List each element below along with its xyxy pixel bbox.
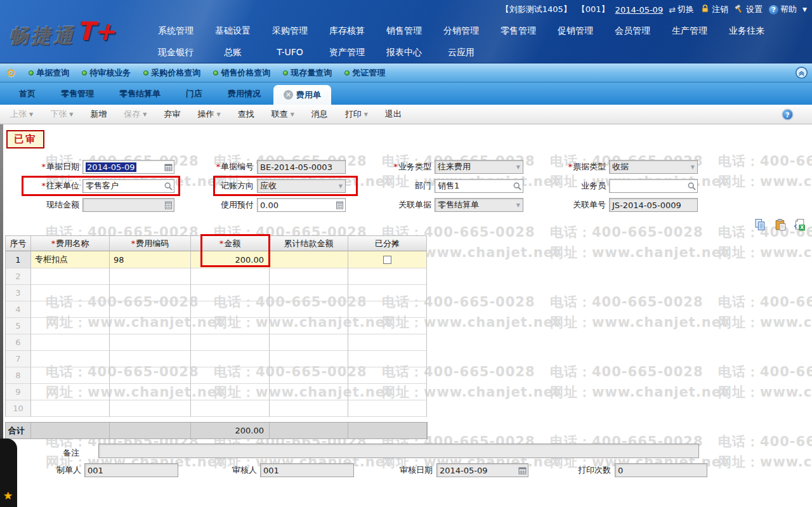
chevron-down-icon[interactable]: ▼ bbox=[691, 164, 697, 170]
status-action-注销[interactable]: 注销 bbox=[700, 4, 728, 15]
empty-cell bbox=[348, 318, 427, 334]
business-date-link[interactable]: 2014-05-09 bbox=[615, 5, 664, 15]
menu-item-采购管理[interactable]: 采购管理 bbox=[261, 25, 318, 37]
favorite-star-icon[interactable]: ★ bbox=[3, 489, 13, 502]
search-icon[interactable] bbox=[686, 181, 697, 191]
audited-stamp: 已审 bbox=[6, 130, 44, 148]
partner-field[interactable]: 零售客户 bbox=[82, 179, 174, 193]
menu-item-总账[interactable]: 总账 bbox=[204, 47, 261, 58]
menu-item-报表中心[interactable]: 报表中心 bbox=[376, 47, 433, 58]
menu-item-销售管理[interactable]: 销售管理 bbox=[376, 25, 433, 37]
fee-code-cell[interactable]: 98 bbox=[110, 251, 191, 268]
toolbar-button-联查[interactable]: 联查▼ bbox=[272, 109, 294, 120]
tab-费用情况[interactable]: 费用情况 bbox=[215, 85, 273, 103]
use-prepay-field[interactable]: 0.00 bbox=[257, 198, 346, 212]
seq-cell: 2 bbox=[6, 268, 31, 285]
empty-cell bbox=[270, 285, 348, 301]
quickbar-item-销售价格查询[interactable]: 销售价格查询 bbox=[213, 67, 270, 79]
field-label-text: 关联单号 bbox=[573, 200, 606, 209]
tab-门店[interactable]: 门店 bbox=[173, 85, 215, 103]
menu-item-基础设置[interactable]: 基础设置 bbox=[204, 25, 261, 37]
toolbar-button-操作[interactable]: 操作▼ bbox=[197, 109, 220, 120]
menu-item-云应用[interactable]: 云应用 bbox=[433, 47, 490, 58]
excel-export-icon[interactable]: X bbox=[793, 218, 806, 234]
salesman-label: 业务员 bbox=[530, 179, 606, 193]
chevron-down-icon[interactable]: ▼ bbox=[339, 183, 345, 189]
menu-item-库存核算[interactable]: 库存核算 bbox=[318, 25, 376, 37]
menu-item-会员管理[interactable]: 会员管理 bbox=[604, 25, 661, 37]
quickbar-item-待审核业务[interactable]: 待审核业务 bbox=[82, 67, 131, 79]
field-value: 0.00 bbox=[258, 201, 334, 210]
chevron-down-icon: ▼ bbox=[291, 112, 294, 117]
status-action-切换[interactable]: ⇄切换 bbox=[669, 4, 694, 15]
toolbar-button-查找[interactable]: 查找 bbox=[238, 109, 254, 120]
calculator-icon[interactable] bbox=[334, 201, 345, 209]
empty-cell bbox=[191, 285, 270, 301]
quickbar-item-凭证管理[interactable]: 凭证管理 bbox=[344, 67, 385, 79]
empty-cell bbox=[348, 384, 427, 400]
required-asterisk: * bbox=[394, 162, 398, 171]
help-icon[interactable]: ? bbox=[782, 109, 793, 120]
menu-item-零售管理[interactable]: 零售管理 bbox=[490, 25, 547, 37]
tab-零售管理[interactable]: 零售管理 bbox=[48, 85, 107, 103]
field-value: 往来费用 bbox=[435, 161, 516, 173]
status-action-帮助[interactable]: ?帮助 bbox=[769, 4, 797, 15]
menu-item-生产管理[interactable]: 生产管理 bbox=[661, 25, 718, 37]
close-icon[interactable]: ✕ bbox=[284, 90, 293, 100]
quickbar-item-采购价格查询[interactable]: 采购价格查询 bbox=[143, 67, 200, 79]
status-action-label: 注销 bbox=[712, 4, 728, 15]
calendar-icon[interactable] bbox=[162, 163, 174, 171]
fee-name-cell[interactable]: 专柜扣点 bbox=[31, 251, 110, 268]
amount-cell[interactable]: 200.00 bbox=[191, 251, 270, 268]
copy-icon[interactable] bbox=[754, 218, 768, 234]
salesman-field[interactable] bbox=[609, 179, 698, 193]
menu-item-业务往来[interactable]: 业务往来 bbox=[718, 25, 775, 37]
calculator-icon[interactable] bbox=[162, 201, 174, 209]
watermark-phone: 电话：400-665-0028 bbox=[718, 363, 812, 381]
toolbar-button-保存[interactable]: 保存▼ bbox=[124, 109, 147, 120]
bill-date-field[interactable]: 2014-05-09 bbox=[82, 160, 174, 174]
allocated-checkbox[interactable] bbox=[383, 256, 391, 264]
menu-item-系统管理[interactable]: 系统管理 bbox=[147, 25, 204, 37]
required-asterisk: * bbox=[219, 239, 224, 248]
empty-cell bbox=[31, 351, 110, 367]
column-header-label: 金额 bbox=[224, 238, 240, 249]
toolbar-button-退出[interactable]: 退出 bbox=[385, 109, 402, 120]
empty-cell bbox=[31, 268, 110, 285]
toolbar-button-新增[interactable]: 新增 bbox=[90, 109, 107, 120]
toolbar-button-上张[interactable]: 上张▼ bbox=[10, 109, 33, 120]
empty-cell bbox=[348, 351, 427, 367]
chevron-down-icon[interactable]: ▼ bbox=[516, 164, 523, 170]
menu-item-T-UFO[interactable]: T-UFO bbox=[261, 47, 318, 58]
search-icon[interactable] bbox=[511, 181, 523, 191]
toolbar-button-下张[interactable]: 下张▼ bbox=[50, 109, 73, 120]
gear-icon[interactable]: ⚙ bbox=[6, 67, 16, 79]
empty-cell bbox=[31, 318, 110, 334]
remark-input[interactable] bbox=[98, 444, 699, 458]
total-amount-cell: 200.00 bbox=[191, 423, 270, 438]
menu-item-资产管理[interactable]: 资产管理 bbox=[318, 47, 376, 58]
tab-label: 费用单 bbox=[296, 85, 321, 105]
tab-零售结算单[interactable]: 零售结算单 bbox=[107, 85, 173, 103]
menu-item-促销管理[interactable]: 促销管理 bbox=[547, 25, 604, 37]
tab-首页[interactable]: 首页 bbox=[6, 85, 48, 103]
menu-item-现金银行[interactable]: 现金银行 bbox=[147, 47, 204, 58]
chevron-down-icon[interactable]: ▼ bbox=[802, 6, 807, 13]
quickbar-item-现存量查询[interactable]: 现存量查询 bbox=[283, 67, 332, 79]
search-icon[interactable] bbox=[162, 181, 174, 191]
quickbar-item-单据查询[interactable]: 单据查询 bbox=[29, 67, 69, 79]
user-name: 【刘影测试1405】 bbox=[501, 4, 572, 15]
toolbar-button-消息[interactable]: 消息 bbox=[311, 109, 328, 120]
status-action-设置[interactable]: 设置 bbox=[735, 4, 763, 15]
collapse-up-icon[interactable] bbox=[795, 66, 808, 81]
toolbar-button-label: 上张 bbox=[10, 109, 27, 120]
toolbar-button-打印[interactable]: 打印▼ bbox=[345, 109, 368, 120]
toolbar-button-弃审[interactable]: 弃审 bbox=[164, 109, 180, 120]
paste-icon[interactable] bbox=[773, 218, 788, 234]
department-field[interactable]: 销售1 bbox=[435, 179, 523, 193]
seq-cell: 1 bbox=[6, 251, 31, 268]
tab-费用单[interactable]: ✕费用单 bbox=[273, 85, 331, 105]
menu-item-分销管理[interactable]: 分销管理 bbox=[433, 25, 490, 37]
empty-cell bbox=[270, 301, 348, 318]
chevron-down-icon[interactable]: ▼ bbox=[516, 202, 523, 208]
